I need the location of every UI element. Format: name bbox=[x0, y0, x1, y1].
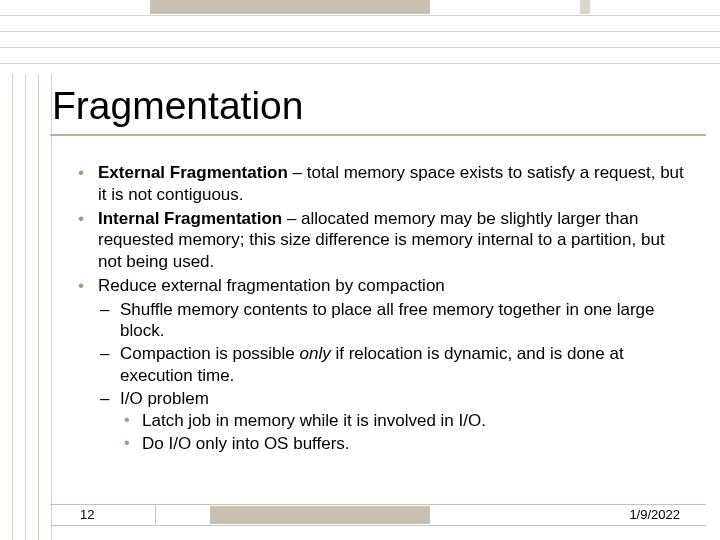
slide-footer: 12 1/9/2022 bbox=[0, 504, 720, 526]
bullet-text: Latch job in memory while it is involved… bbox=[142, 411, 486, 430]
bullet-level-2: Compaction is possible only if relocatio… bbox=[76, 343, 690, 387]
footer-rule-bottom bbox=[50, 525, 706, 526]
bullet-text: Compaction is possible bbox=[120, 344, 300, 363]
bullet-text: Reduce external fragmentation by compact… bbox=[98, 276, 445, 295]
bullet-text: Internal Fragmentation bbox=[98, 209, 282, 228]
footer-block-decoration bbox=[210, 506, 430, 524]
left-grid-decoration bbox=[0, 74, 52, 540]
bullet-text: Shuffle memory contents to place all fre… bbox=[120, 300, 655, 341]
bullet-text: External Fragmentation bbox=[98, 163, 288, 182]
bullet-level-2: Shuffle memory contents to place all fre… bbox=[76, 299, 690, 343]
bullet-level-1: External Fragmentation – total memory sp… bbox=[76, 162, 690, 206]
bullet-text: I/O problem bbox=[120, 389, 209, 408]
top-bar-decoration-2 bbox=[580, 0, 590, 14]
footer-rule-top bbox=[50, 504, 706, 505]
bullet-level-3: Latch job in memory while it is involved… bbox=[76, 410, 690, 432]
bullet-level-1: Reduce external fragmentation by compact… bbox=[76, 275, 690, 297]
title-underline bbox=[50, 134, 706, 136]
slide-title: Fragmentation bbox=[52, 84, 303, 128]
bullet-level-2: I/O problem bbox=[76, 388, 690, 410]
top-bar-decoration bbox=[150, 0, 430, 14]
bullet-level-3: Do I/O only into OS buffers. bbox=[76, 433, 690, 455]
page-number: 12 bbox=[80, 507, 94, 522]
bullet-text: only bbox=[300, 344, 331, 363]
slide-date: 1/9/2022 bbox=[629, 507, 680, 522]
bullet-text: Do I/O only into OS buffers. bbox=[142, 434, 350, 453]
bullet-level-1: Internal Fragmentation – allocated memor… bbox=[76, 208, 690, 273]
footer-divider bbox=[155, 506, 156, 524]
slide-content: External Fragmentation – total memory sp… bbox=[76, 162, 690, 456]
